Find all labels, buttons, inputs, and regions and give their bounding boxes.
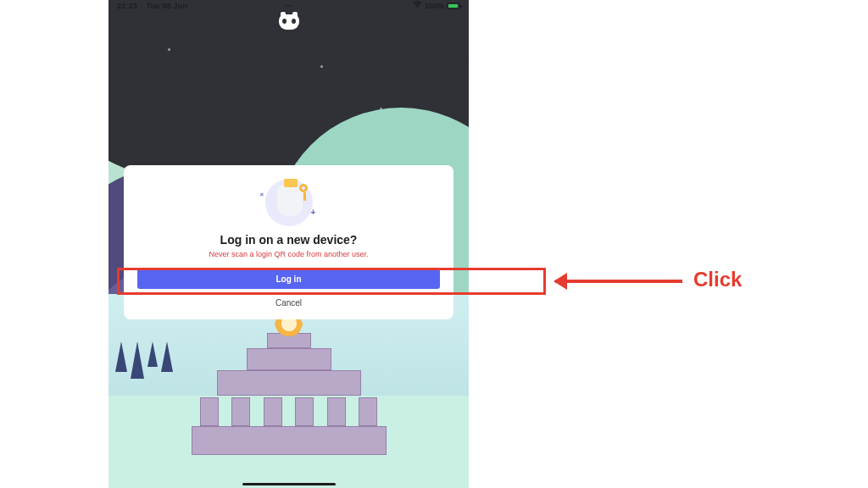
star-decoration bbox=[320, 65, 323, 68]
device-frame: 22:23 Tue 08 Jun ••• 100% bbox=[108, 0, 469, 488]
battery-icon bbox=[447, 3, 460, 9]
status-date: Tue 08 Jun bbox=[147, 2, 187, 10]
discord-logo-icon bbox=[279, 14, 299, 30]
status-bar: 22:23 Tue 08 Jun ••• 100% bbox=[108, 1, 469, 10]
home-indicator[interactable] bbox=[242, 483, 336, 485]
wifi-icon bbox=[413, 1, 422, 10]
altar-illustration bbox=[196, 302, 382, 455]
background-trees bbox=[115, 341, 173, 379]
annotation-arrow bbox=[555, 280, 682, 283]
battery-percent: 100% bbox=[425, 2, 444, 10]
annotation-label: Click bbox=[693, 268, 742, 291]
modal-title: Log in on a new device? bbox=[137, 233, 440, 247]
status-time: 22:23 bbox=[117, 2, 137, 10]
status-right: 100% bbox=[346, 1, 460, 10]
key-icon bbox=[296, 184, 311, 199]
cancel-button[interactable]: Cancel bbox=[137, 294, 440, 311]
status-time-date: 22:23 Tue 08 Jun bbox=[117, 2, 231, 10]
star-decoration bbox=[168, 48, 170, 51]
modal-warning-text: Never scan a login QR code from another … bbox=[137, 250, 440, 258]
modal-illustration: ×+ bbox=[137, 179, 440, 226]
status-center-dots: ••• bbox=[231, 2, 346, 10]
login-new-device-modal: ×+ Log in on a new device? Never scan a … bbox=[124, 165, 453, 319]
login-button[interactable]: Log in bbox=[137, 269, 440, 289]
